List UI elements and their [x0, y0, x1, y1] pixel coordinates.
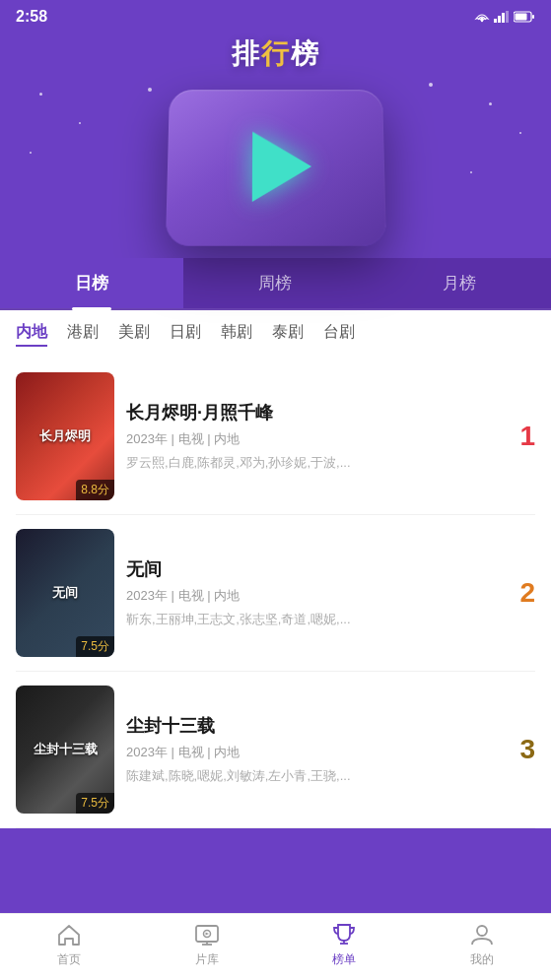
item-cast-3: 陈建斌,陈晓,嗯妮,刘敏涛,左小青,王骁,... [126, 767, 494, 785]
svg-rect-2 [498, 16, 501, 23]
cat-us[interactable]: 美剧 [118, 322, 150, 347]
item-cast-2: 靳东,王丽坤,王志文,张志坚,奇道,嗯妮,... [126, 611, 494, 628]
item-info-2: 无间 2023年 | 电视 | 内地 靳东,王丽坤,王志文,张志坚,奇道,嗯妮,… [114, 554, 506, 632]
tab-weekly[interactable]: 周榜 [183, 258, 367, 308]
wifi-icon [474, 11, 490, 23]
nav-mine[interactable]: 我的 [413, 922, 551, 968]
rank-number-1: 1 [506, 421, 535, 452]
ranking-list: 长月烬明 8.8分 长月烬明·月照千峰 2023年 | 电视 | 内地 罗云熙,… [0, 359, 551, 828]
rank-number-2: 2 [506, 577, 535, 609]
status-icons [474, 11, 535, 23]
thumbnail-1: 长月烬明 8.8分 [16, 372, 114, 500]
cat-mainland[interactable]: 内地 [16, 322, 47, 347]
bottom-navigation: 首页 片库 榜单 我的 [0, 913, 551, 980]
play-button-icon [251, 132, 311, 202]
cat-th[interactable]: 泰剧 [272, 322, 304, 347]
item-cast-1: 罗云熙,白鹿,陈都灵,邓为,孙珍妮,于波,... [126, 454, 494, 472]
poster-title-1: 长月烬明 [39, 427, 91, 445]
tabs-container: 日榜 周榜 月榜 [0, 258, 551, 310]
item-meta-3: 2023年 | 电视 | 内地 [126, 744, 494, 761]
poster-title-3: 尘封十三载 [34, 741, 98, 758]
nav-ranking-label: 榜单 [332, 951, 356, 968]
table-row[interactable]: 尘封十三载 7.5分 尘封十三载 2023年 | 电视 | 内地 陈建斌,陈晓,… [16, 672, 535, 828]
nav-library[interactable]: 片库 [138, 922, 276, 968]
thumbnail-2: 无间 7.5分 [16, 529, 114, 657]
nav-ranking[interactable]: 榜单 [276, 922, 414, 968]
rank-number-3: 3 [506, 734, 535, 765]
score-badge-1: 8.8分 [76, 480, 114, 500]
cat-tw[interactable]: 台剧 [323, 322, 355, 347]
cat-jp[interactable]: 日剧 [170, 322, 201, 347]
header-title: 排行榜 [0, 35, 551, 73]
page-header: 排行榜 [0, 30, 551, 73]
hero-section [0, 73, 551, 250]
item-meta-1: 2023年 | 电视 | 内地 [126, 430, 494, 448]
cat-kr[interactable]: 韩剧 [221, 322, 252, 347]
svg-rect-3 [502, 13, 505, 23]
tab-daily[interactable]: 日榜 [0, 258, 183, 308]
svg-marker-12 [205, 933, 209, 936]
svg-rect-7 [532, 15, 534, 19]
signal-icon [494, 11, 510, 23]
table-row[interactable]: 无间 7.5分 无间 2023年 | 电视 | 内地 靳东,王丽坤,王志文,张志… [16, 515, 535, 672]
status-bar: 2:58 [0, 0, 551, 30]
category-filter: 内地 港剧 美剧 日剧 韩剧 泰剧 台剧 [0, 310, 551, 359]
svg-point-0 [481, 20, 483, 22]
item-title-3: 尘封十三载 [126, 714, 494, 738]
nav-home[interactable]: 首页 [0, 922, 138, 968]
svg-rect-4 [506, 11, 509, 23]
tab-monthly[interactable]: 月榜 [368, 258, 551, 308]
item-meta-2: 2023年 | 电视 | 内地 [126, 587, 494, 605]
battery-icon [514, 11, 535, 23]
svg-rect-1 [494, 19, 497, 23]
table-row[interactable]: 长月烬明 8.8分 长月烬明·月照千峰 2023年 | 电视 | 内地 罗云熙,… [16, 359, 535, 515]
item-title-1: 长月烬明·月照千峰 [126, 401, 494, 425]
user-icon [469, 922, 495, 947]
home-icon [56, 922, 82, 947]
cat-hk[interactable]: 港剧 [67, 322, 99, 347]
status-time: 2:58 [16, 8, 47, 26]
hero-box [165, 90, 385, 245]
thumbnail-3: 尘封十三载 7.5分 [16, 686, 114, 814]
poster-title-2: 无间 [52, 584, 78, 602]
score-badge-3: 7.5分 [76, 793, 114, 814]
item-info-1: 长月烬明·月照千峰 2023年 | 电视 | 内地 罗云熙,白鹿,陈都灵,邓为,… [114, 397, 506, 476]
svg-rect-6 [516, 14, 527, 21]
nav-library-label: 片库 [195, 951, 219, 968]
item-info-3: 尘封十三载 2023年 | 电视 | 内地 陈建斌,陈晓,嗯妮,刘敏涛,左小青,… [114, 710, 506, 789]
nav-home-label: 首页 [57, 951, 81, 968]
tv-icon [194, 922, 220, 947]
svg-point-15 [477, 926, 487, 936]
score-badge-2: 7.5分 [76, 636, 114, 657]
item-title-2: 无间 [126, 557, 494, 581]
trophy-icon [331, 922, 357, 947]
nav-mine-label: 我的 [470, 951, 494, 968]
